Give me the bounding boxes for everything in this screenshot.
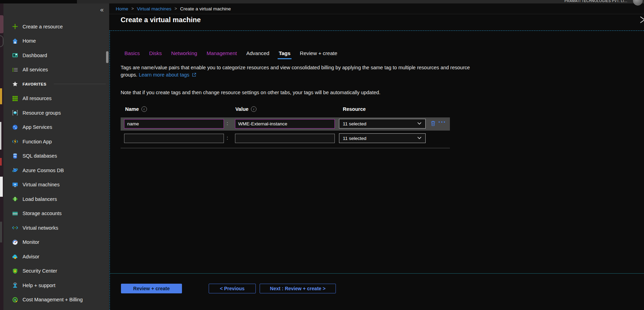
tags-description: Tags are name/value pairs that enable yo… (121, 64, 486, 79)
sidebar-item-label: Load balancers (23, 196, 57, 202)
sidebar-item-create-a-resource[interactable]: Create a resource (3, 19, 109, 34)
external-link-icon (192, 72, 196, 78)
sidebar-item-label: All resources (23, 96, 52, 101)
tag-value-input[interactable] (235, 134, 335, 143)
sidebar-item-label: SQL databases (23, 153, 57, 159)
review-create-button[interactable]: Review + create (121, 284, 182, 293)
star-icon (12, 81, 18, 87)
column-header-value: Value i (235, 106, 256, 112)
tab-advanced[interactable]: Advanced (246, 50, 269, 56)
trash-icon[interactable] (430, 120, 436, 128)
sidebar-item-label: Storage accounts (23, 211, 62, 216)
page-title: Create a virtual machine (121, 16, 201, 24)
sidebar-item-virtual-machines[interactable]: Virtual machines (3, 178, 109, 192)
tag-row: : 11 selected (121, 132, 450, 145)
advisor-icon (12, 254, 18, 260)
resource-groups-icon (12, 110, 18, 116)
scrollbar-thumb[interactable] (106, 51, 108, 63)
svg-text:SQL: SQL (13, 156, 16, 158)
breadcrumb-separator: > (175, 6, 177, 11)
app-services-icon (12, 124, 18, 130)
learn-more-link[interactable]: Learn more about tags (139, 72, 189, 78)
sidebar-item-azure-cosmos-db[interactable]: Azure Cosmos DB (3, 163, 109, 178)
footer-divider (110, 273, 644, 274)
info-icon[interactable]: i (251, 106, 256, 112)
sidebar-item-label: App Services (23, 124, 52, 130)
home-icon (12, 38, 18, 44)
sidebar-section-favorites: FAVORITES (3, 77, 109, 91)
help-support-icon (12, 282, 18, 289)
tab-networking[interactable]: Networking (171, 50, 197, 56)
sidebar-item-label: Virtual machines (23, 182, 60, 187)
info-icon[interactable]: i (141, 106, 147, 112)
previous-button[interactable]: < Previous (209, 284, 256, 293)
azure-portal-screen: PRAMATI TECHNOLOGIES PVT. LI... « Create… (0, 0, 644, 310)
all-services-icon (12, 67, 18, 73)
tab-management[interactable]: Management (207, 50, 237, 56)
table-divider (121, 148, 450, 148)
chevron-right-icon[interactable] (638, 16, 644, 25)
tag-name-input[interactable] (124, 134, 224, 143)
sidebar-item-virtual-networks[interactable]: Virtual networks (3, 221, 109, 235)
sidebar-item-help-support[interactable]: Help + support (3, 278, 109, 293)
monitor-icon (12, 239, 18, 245)
tenant-name: PRAMATI TECHNOLOGIES PVT. LI... (564, 0, 627, 3)
sidebar-item-label: Monitor (23, 239, 39, 245)
sidebar-item-label: Resource groups (23, 110, 61, 116)
sidebar-collapse-button[interactable]: « (100, 6, 104, 14)
breadcrumb-home[interactable]: Home (116, 6, 128, 11)
taskbar-fragment (0, 15, 3, 33)
sidebar-item-label: Security Center (23, 268, 57, 274)
sidebar-section-label: FAVORITES (23, 82, 46, 86)
sidebar-item-label: Help + support (23, 283, 55, 288)
sidebar-item-cost-management-billing[interactable]: $ Cost Management + Billing (3, 293, 109, 307)
resource-select[interactable]: 11 selected (339, 119, 426, 129)
sidebar-item-resource-groups[interactable]: Resource groups (3, 106, 109, 120)
breadcrumb-virtual-machines[interactable]: Virtual machines (137, 6, 172, 11)
sidebar-item-label: Virtual networks (23, 225, 58, 231)
sidebar-item-label: Create a resource (23, 24, 63, 29)
svg-text:$: $ (15, 299, 16, 301)
tag-row: : 11 selected ••• (121, 117, 450, 131)
tag-name-input[interactable] (124, 119, 224, 129)
resource-select[interactable]: 11 selected (339, 133, 426, 143)
function-app-icon (12, 139, 18, 145)
tab-basics[interactable]: Basics (124, 50, 140, 56)
taskbar-fragment (0, 35, 3, 47)
virtual-machines-icon (12, 181, 18, 188)
resource-select-value: 11 selected (343, 121, 366, 126)
tab-review-create[interactable]: Review + create (300, 50, 337, 56)
sidebar-item-function-app[interactable]: Function App (3, 134, 109, 149)
tab-disks[interactable]: Disks (149, 50, 162, 56)
sidebar-item-advisor[interactable]: Advisor (3, 249, 109, 264)
tab-panel: Basics Disks Networking Management Advan… (110, 30, 644, 310)
security-center-icon (12, 268, 18, 274)
more-options-button[interactable]: ••• (438, 119, 446, 125)
next-button[interactable]: Next : Review + create > (260, 284, 336, 293)
dashboard-icon (12, 52, 18, 59)
column-header-resource: Resource (343, 106, 366, 112)
tab-tags[interactable]: Tags (279, 50, 290, 56)
breadcrumb: Home > Virtual machines > Create a virtu… (109, 3, 644, 14)
sidebar-item-label: Cost Management + Billing (23, 297, 83, 302)
resource-select-value: 11 selected (343, 136, 366, 141)
sql-databases-icon: SQL (12, 153, 18, 159)
content-area: Home > Virtual machines > Create a virtu… (109, 3, 644, 310)
name-value-separator: : (227, 121, 228, 126)
sidebar-item-security-center[interactable]: Security Center (3, 264, 109, 278)
name-value-separator: : (227, 135, 228, 141)
sidebar-item-monitor[interactable]: Monitor (3, 235, 109, 250)
sidebar-item-dashboard[interactable]: Dashboard (3, 48, 109, 63)
sidebar-item-all-resources[interactable]: All resources (3, 91, 109, 106)
sidebar-item-label: Home (23, 38, 36, 44)
sidebar-item-home[interactable]: Home (3, 34, 109, 48)
sidebar-item-app-services[interactable]: App Services (3, 120, 109, 135)
sidebar-item-load-balancers[interactable]: Load balancers (3, 192, 109, 206)
tag-value-input[interactable] (235, 119, 335, 129)
taskbar-fragment (0, 177, 3, 197)
tags-table-header: Name i Value i Resource (121, 106, 450, 114)
sidebar-item-all-services[interactable]: All services (3, 63, 109, 77)
sidebar-item-storage-accounts[interactable]: Storage accounts (3, 206, 109, 221)
taskbar-fragment (0, 158, 2, 166)
sidebar-item-sql-databases[interactable]: SQL SQL databases (3, 149, 109, 163)
